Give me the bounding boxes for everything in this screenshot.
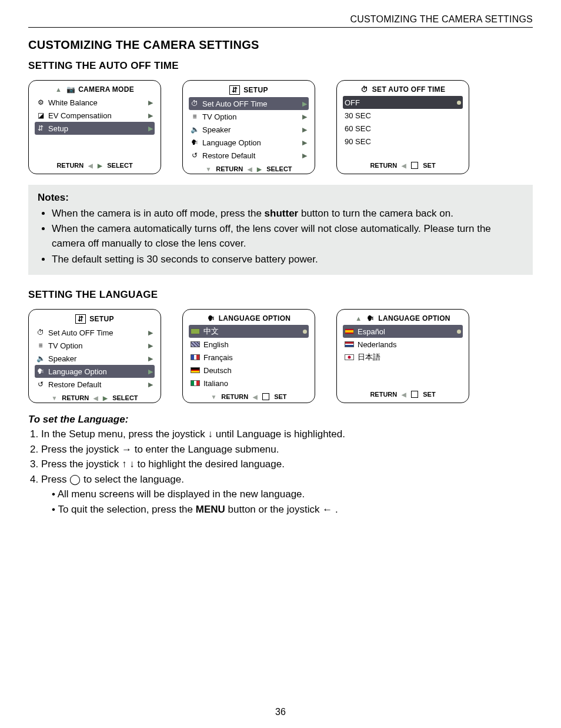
- camera-mode-menu: ▲ 📷 CAMERA MODE ⚙White Balance▶◪EV Compe…: [28, 80, 161, 174]
- item-label: Español: [358, 327, 385, 336]
- item-icon: ◪: [36, 111, 45, 119]
- radio-icon: [457, 330, 461, 334]
- flag-icon: [345, 341, 354, 347]
- item-label: White Balance: [48, 98, 98, 107]
- item-label: Language Option: [202, 138, 261, 147]
- left-arrow-icon: ◀: [253, 394, 258, 400]
- menu-item: ⏱Set Auto OFF Time▶: [189, 97, 309, 110]
- flag-icon: [345, 328, 354, 334]
- left-arrow-icon: ◀: [402, 162, 406, 169]
- menu-item: Nederlands: [343, 338, 463, 351]
- menu-item: Français: [189, 351, 309, 364]
- item-label: Italiano: [203, 379, 228, 388]
- return-label: RETURN: [62, 394, 89, 401]
- item-label: Setup: [48, 124, 68, 133]
- chevron-right-icon: ▶: [148, 381, 153, 388]
- select-label: SELECT: [107, 162, 132, 169]
- menu-item: ⚙White Balance▶: [35, 96, 155, 109]
- up-arrow-icon: ↑: [122, 458, 127, 470]
- set-icon: [262, 393, 269, 400]
- chevron-right-icon: ▶: [148, 112, 153, 119]
- radio-icon: [303, 330, 307, 334]
- set-label: SET: [274, 393, 286, 400]
- left-arrow-icon: ◀: [402, 391, 406, 398]
- right-arrow-icon: ▶: [98, 162, 102, 169]
- item-icon: 🗣: [191, 138, 199, 147]
- item-label: English: [203, 340, 229, 349]
- return-label: RETURN: [370, 391, 397, 398]
- step-3: Press the joystick ↑ ↓ to highlight the …: [41, 457, 533, 472]
- chevron-right-icon: ▶: [148, 329, 153, 337]
- item-icon: ⚙: [36, 98, 45, 107]
- item-label: Set Auto OFF Time: [202, 99, 268, 108]
- notes-title: Notes:: [38, 191, 523, 205]
- item-label: TV Option: [48, 341, 83, 350]
- sliders-icon: ⇵: [75, 314, 86, 324]
- auto-off-menu-row: ▲ 📷 CAMERA MODE ⚙White Balance▶◪EV Compe…: [28, 80, 533, 174]
- item-label: Set Auto OFF Time: [48, 328, 113, 337]
- notes-list: When the camera is in auto off mode, pre…: [38, 207, 523, 267]
- menu-item: Español: [343, 325, 463, 338]
- language-option-menu-1: 🗣 LANGUAGE OPTION 中文EnglishFrançaisDeuts…: [182, 309, 315, 403]
- sliders-icon: ⇵: [229, 85, 240, 95]
- chevron-right-icon: ▶: [302, 113, 307, 121]
- item-icon: ⇵: [36, 124, 45, 132]
- radio-icon: [457, 101, 461, 105]
- language-option-menu-2: ▲ 🗣 LANGUAGE OPTION EspañolNederlands日本語…: [336, 309, 469, 403]
- item-label: 60 SEC: [345, 124, 371, 133]
- menu-item: 30 SEC: [343, 109, 463, 122]
- item-label: Français: [203, 353, 233, 362]
- flag-icon: [345, 354, 354, 360]
- section-title: CUSTOMIZING THE CAMERA SETTINGS: [28, 38, 533, 52]
- menu-item: 🔈Speaker▶: [189, 123, 309, 136]
- flag-icon: [191, 380, 200, 386]
- menu-item: Deutsch: [189, 364, 309, 377]
- item-icon: ⏱: [191, 99, 199, 108]
- down-arrow-icon: ▼: [211, 394, 216, 400]
- step-4-sub-2: To quit the selection, press the MENU bu…: [52, 502, 533, 517]
- item-label: Restore Default: [202, 151, 255, 160]
- timer-icon: ⏱: [360, 85, 369, 94]
- left-arrow-icon: ◀: [88, 162, 93, 169]
- menu-item: 🔈Speaker▶: [35, 352, 155, 365]
- circle-icon: ◯: [69, 474, 81, 485]
- menu-item: Italiano: [189, 377, 309, 390]
- step-1: In the Setup menu, press the joystick ↓ …: [41, 427, 533, 442]
- item-label: TV Option: [202, 112, 237, 121]
- step-4: Press ◯ to select the language. All menu…: [41, 472, 533, 517]
- menu-item: ≡TV Option▶: [189, 110, 309, 123]
- set-icon: [411, 391, 418, 398]
- item-label: OFF: [345, 98, 360, 107]
- item-icon: ↺: [191, 151, 199, 159]
- running-header: CUSTOMIZING THE CAMERA SETTINGS: [28, 14, 533, 28]
- item-icon: 🔈: [191, 125, 199, 134]
- chevron-right-icon: ▶: [148, 355, 153, 363]
- left-arrow-icon: ◀: [94, 395, 98, 401]
- chevron-right-icon: ▶: [148, 342, 153, 350]
- menu-item: ↺Restore Default▶: [189, 149, 309, 162]
- menu-item: ⏱Set Auto OFF Time▶: [35, 326, 155, 339]
- menu-item: ◪EV Compensatiion▶: [35, 109, 155, 122]
- step-2: Press the joystick → to enter the Langua…: [41, 442, 533, 457]
- note-item: The default setting is 30 seconds to con…: [52, 252, 523, 267]
- down-arrow-icon: ▼: [205, 166, 211, 172]
- menu-item: 🗣Language Option▶: [35, 365, 155, 378]
- menu-title: LANGUAGE OPTION: [219, 314, 291, 323]
- flag-icon: [191, 367, 200, 373]
- menu-title: SET AUTO OFF TIME: [372, 85, 445, 94]
- language-subtitle: SETTING THE LANGUAGE: [28, 289, 533, 301]
- flag-icon: [191, 354, 200, 360]
- instructions: In the Setup menu, press the joystick ↓ …: [28, 427, 533, 517]
- camera-icon: 📷: [66, 85, 75, 94]
- speech-icon: 🗣: [207, 314, 215, 323]
- item-label: 30 SEC: [345, 111, 371, 120]
- chevron-right-icon: ▶: [302, 139, 307, 147]
- chevron-right-icon: ▶: [148, 368, 153, 375]
- down-arrow-icon: ↓: [208, 428, 213, 440]
- page-number: 36: [0, 707, 561, 717]
- return-label: RETURN: [370, 162, 397, 169]
- item-label: Speaker: [202, 125, 231, 134]
- up-arrow-icon: ▲: [55, 86, 62, 93]
- up-arrow-icon: ▲: [355, 315, 362, 322]
- flag-icon: [191, 341, 200, 347]
